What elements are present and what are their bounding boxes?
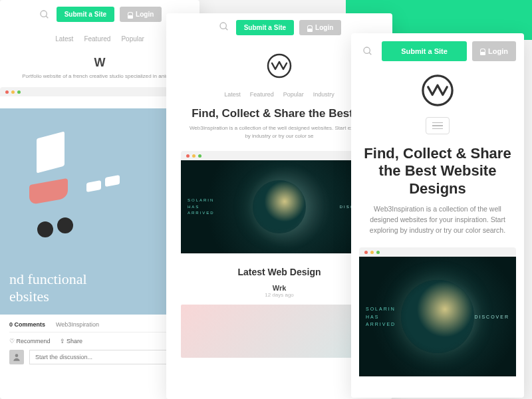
screenshot-solarin: SOLARIN HAS ARRIVED DISCOVER: [359, 257, 516, 376]
submit-site-button[interactable]: Submit a Site: [236, 20, 294, 35]
hero: Find, Collect & Share the Best Website D…: [351, 145, 524, 245]
nav-latest[interactable]: Latest: [55, 35, 73, 43]
svg-point-2: [15, 354, 19, 357]
subhead: Web3Inspiration is a collection of the w…: [363, 204, 512, 235]
page-title: W: [13, 56, 186, 70]
nav-popular[interactable]: Popular: [121, 35, 144, 43]
page-desc: Portfolio website of a french creative s…: [13, 72, 186, 80]
topbar: Submit a Site Login: [351, 33, 524, 69]
shot-text-left: SOLARIN HAS ARRIVED: [188, 198, 215, 217]
svg-line-1: [46, 16, 48, 18]
comments-site-tab[interactable]: Web3Inspiration: [56, 321, 99, 328]
search-icon[interactable]: [38, 8, 51, 21]
search-icon[interactable]: [217, 20, 231, 33]
featured-showcase[interactable]: SOLARIN HAS ARRIVED DISCOVER: [359, 247, 516, 376]
login-label: Login: [315, 24, 333, 31]
submit-site-button[interactable]: Submit a Site: [57, 7, 114, 22]
nav-latest[interactable]: Latest: [224, 91, 241, 98]
share-button[interactable]: ⇪ Share: [60, 338, 83, 344]
browser-chrome: [359, 247, 516, 257]
browser-chrome: [181, 151, 378, 160]
svg-line-7: [369, 53, 371, 55]
submit-site-button[interactable]: Submit a Site: [382, 41, 467, 61]
recommend-label: Recommend: [17, 338, 51, 344]
lock-icon: [480, 49, 485, 54]
svg-point-5: [268, 55, 291, 77]
login-label: Login: [488, 47, 508, 55]
nav-featured[interactable]: Featured: [84, 35, 110, 43]
subhead: Web3Inspiration is a collection of the w…: [186, 124, 372, 140]
lock-icon: [128, 12, 133, 17]
screenshot-solarin: SOLARIN HAS ARRIVED DISCOVER: [181, 160, 378, 253]
shot-text-right: DISCOVER: [474, 315, 509, 319]
svg-point-8: [423, 76, 452, 105]
viewport-mobile: Submit a Site Login Find, Collect & Shar…: [351, 33, 524, 398]
svg-point-3: [220, 23, 226, 29]
logo[interactable]: [351, 73, 524, 110]
lock-icon: [307, 25, 313, 31]
headline: Find, Collect & Share the Best Website D…: [363, 145, 512, 198]
comments-count[interactable]: 0 Comments: [9, 321, 45, 328]
login-button[interactable]: Login: [120, 7, 162, 22]
login-button[interactable]: Login: [299, 20, 341, 35]
share-label: Share: [66, 338, 82, 344]
svg-point-0: [41, 11, 47, 17]
shot-text-left: SOLARIN HAS ARRIVED: [366, 306, 396, 329]
nav-industry[interactable]: Industry: [313, 91, 334, 98]
svg-line-4: [225, 28, 227, 30]
screenshot-caption: nd functional ebsites: [9, 271, 87, 305]
headline: Find, Collect & Share the Best W: [186, 107, 372, 120]
login-label: Login: [136, 11, 154, 18]
svg-point-6: [364, 47, 370, 53]
recommend-button[interactable]: ♡ Recommend: [9, 338, 51, 344]
featured-showcase[interactable]: SOLARIN HAS ARRIVED DISCOVER: [181, 151, 378, 253]
avatar: [9, 350, 24, 364]
menu-button[interactable]: [426, 117, 450, 134]
login-button[interactable]: Login: [472, 41, 516, 61]
item-thumbnail[interactable]: [181, 305, 378, 358]
nav-popular[interactable]: Popular: [283, 91, 304, 98]
search-icon[interactable]: [359, 43, 376, 60]
nav-featured[interactable]: Featured: [250, 91, 274, 98]
